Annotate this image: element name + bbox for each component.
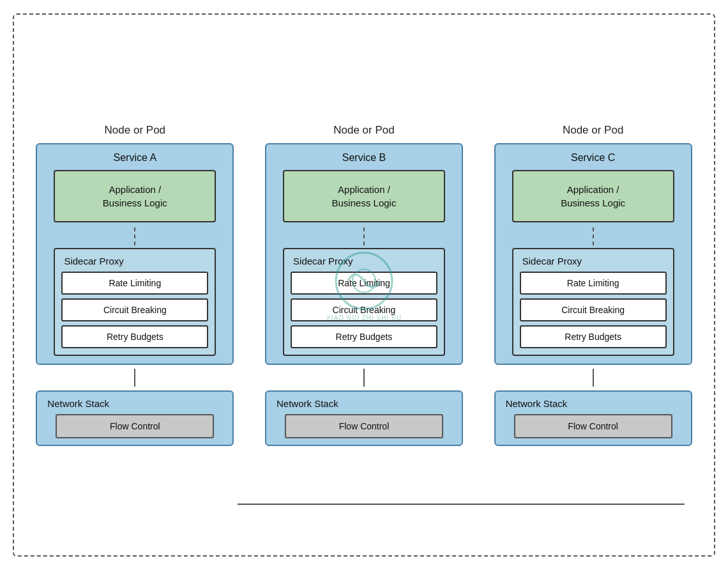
network-connector-lines [14, 491, 714, 517]
service-label-b: Service B [342, 152, 386, 164]
rate-limiting-b: Rate Limiting [291, 272, 437, 295]
sidecar-label-c: Sidecar Proxy [520, 256, 582, 266]
diagram-wrapper: Node or Pod Service A Application /Busin… [13, 13, 715, 557]
sidecar-box-b: Sidecar Proxy Rate Limiting Circuit Brea… [283, 248, 445, 356]
service-label-a: Service A [114, 152, 157, 164]
solid-connector-b [363, 369, 365, 387]
network-box-c: Network Stack Flow Control [494, 390, 692, 446]
node-pod-b: Node or Pod Service B Application /Busin… [265, 124, 463, 446]
solid-connector-a [134, 369, 135, 387]
network-label-c: Network Stack [503, 398, 568, 409]
flow-control-b: Flow Control [285, 414, 443, 438]
node-label-c: Node or Pod [563, 124, 623, 137]
app-logic-box-b: Application /Business Logic [283, 170, 445, 222]
circuit-breaking-b: Circuit Breaking [291, 298, 437, 321]
flow-control-c: Flow Control [514, 414, 672, 438]
sidecar-box-c: Sidecar Proxy Rate Limiting Circuit Brea… [512, 248, 674, 356]
solid-connector-c [593, 369, 594, 387]
dashed-connector-b [363, 227, 365, 245]
service-label-c: Service C [571, 152, 615, 164]
circuit-breaking-a: Circuit Breaking [61, 298, 208, 321]
app-logic-box-c: Application /Business Logic [512, 170, 674, 222]
network-box-a: Network Stack Flow Control [36, 390, 234, 446]
retry-budgets-a: Retry Budgets [61, 325, 208, 348]
service-box-c: Service C Application /Business Logic Si… [494, 143, 692, 365]
sidecar-label-a: Sidecar Proxy [61, 256, 123, 266]
retry-budgets-c: Retry Budgets [520, 325, 667, 348]
sidecar-label-b: Sidecar Proxy [291, 256, 353, 266]
dashed-connector-a [134, 227, 135, 245]
network-label-a: Network Stack [45, 398, 109, 409]
retry-budgets-b: Retry Budgets [291, 325, 437, 348]
service-box-b: Service B Application /Business Logic Si… [265, 143, 463, 365]
network-box-b: Network Stack Flow Control [265, 390, 463, 446]
node-label-b: Node or Pod [333, 124, 394, 137]
dashed-connector-c [593, 227, 594, 245]
node-pod-a: Node or Pod Service A Application /Busin… [36, 124, 234, 446]
node-pod-c: Node or Pod Service C Application /Busin… [494, 124, 692, 446]
rate-limiting-c: Rate Limiting [520, 272, 667, 295]
circuit-breaking-c: Circuit Breaking [520, 298, 667, 321]
sidecar-box-a: Sidecar Proxy Rate Limiting Circuit Brea… [54, 248, 216, 356]
service-box-a: Service A Application /Business Logic Si… [36, 143, 234, 365]
network-label-b: Network Stack [274, 398, 338, 409]
node-label-a: Node or Pod [105, 124, 165, 137]
flow-control-a: Flow Control [56, 414, 214, 438]
app-logic-box-a: Application /Business Logic [54, 170, 216, 222]
rate-limiting-a: Rate Limiting [61, 272, 208, 295]
